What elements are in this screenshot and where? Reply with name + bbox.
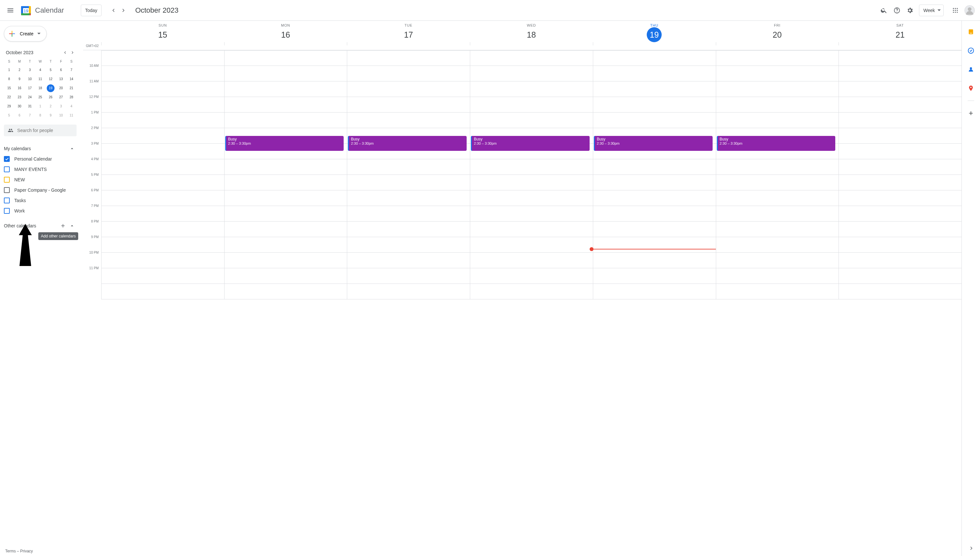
hour-cell[interactable]	[102, 175, 224, 191]
allday-cell[interactable]	[716, 42, 839, 45]
calendar-event[interactable]: Busy2:30 – 3:30pm	[225, 136, 344, 151]
mini-day[interactable]: 7	[26, 112, 34, 120]
allday-cell[interactable]	[347, 42, 470, 45]
hour-cell[interactable]	[470, 50, 593, 66]
hour-cell[interactable]	[716, 206, 839, 221]
calendar-item[interactable]: Personal Calendar	[4, 154, 77, 164]
add-other-calendars-button[interactable]	[58, 221, 68, 230]
next-period-button[interactable]	[118, 5, 129, 16]
calendar-checkbox[interactable]	[4, 208, 10, 214]
hour-cell[interactable]	[102, 113, 224, 128]
hour-cell[interactable]	[102, 253, 224, 268]
day-number[interactable]: 17	[401, 27, 416, 42]
calendar-event[interactable]: Busy2:30 – 3:30pm	[471, 136, 590, 151]
hour-cell[interactable]	[839, 159, 962, 175]
day-column[interactable]: Busy2:30 – 3:30pm	[716, 50, 839, 299]
hour-cell[interactable]	[225, 191, 347, 206]
hour-cell[interactable]	[593, 159, 716, 175]
mini-day[interactable]: 24	[26, 94, 34, 101]
day-number[interactable]: 16	[278, 27, 293, 42]
mini-day[interactable]: 8	[36, 112, 44, 120]
allday-cell[interactable]	[839, 42, 962, 45]
privacy-link[interactable]: Privacy	[20, 549, 33, 553]
mini-day[interactable]: 2	[47, 102, 55, 110]
hour-cell[interactable]	[347, 81, 470, 97]
hour-cell[interactable]	[347, 159, 470, 175]
hour-cell[interactable]	[102, 284, 224, 299]
hour-cell[interactable]	[347, 221, 470, 237]
hour-cell[interactable]	[470, 206, 593, 221]
hour-cell[interactable]	[593, 66, 716, 81]
hour-cell[interactable]	[347, 113, 470, 128]
hour-cell[interactable]	[470, 81, 593, 97]
mini-day[interactable]: 5	[5, 112, 13, 120]
other-calendars-toggle[interactable]	[68, 221, 77, 230]
mini-day[interactable]: 11	[68, 112, 75, 120]
day-column[interactable]	[101, 50, 224, 299]
mini-day[interactable]: 12	[47, 75, 55, 83]
mini-day[interactable]: 27	[57, 94, 65, 101]
day-number[interactable]: 15	[155, 27, 170, 42]
side-panel-toggle[interactable]	[968, 545, 975, 551]
hour-cell[interactable]	[716, 50, 839, 66]
mini-day[interactable]: 7	[68, 66, 75, 74]
hour-cell[interactable]	[102, 128, 224, 144]
day-header[interactable]: FRI20	[716, 21, 839, 42]
mini-day[interactable]: 29	[5, 102, 13, 110]
hour-cell[interactable]	[593, 221, 716, 237]
hour-cell[interactable]	[593, 113, 716, 128]
calendar-item[interactable]: NEW	[4, 175, 77, 185]
mini-day[interactable]: 10	[26, 75, 34, 83]
hour-cell[interactable]	[470, 159, 593, 175]
hour-cell[interactable]	[347, 50, 470, 66]
hour-cell[interactable]	[839, 97, 962, 113]
mini-day[interactable]: 16	[16, 84, 23, 92]
mini-day[interactable]: 19	[47, 84, 55, 92]
hour-cell[interactable]	[839, 81, 962, 97]
hour-cell[interactable]	[593, 97, 716, 113]
hour-cell[interactable]	[470, 175, 593, 191]
hour-cell[interactable]	[593, 191, 716, 206]
mini-day[interactable]: 9	[47, 112, 55, 120]
hour-cell[interactable]	[102, 66, 224, 81]
mini-day[interactable]: 31	[26, 102, 34, 110]
mini-day[interactable]: 15	[5, 84, 13, 92]
search-people-input[interactable]	[17, 128, 73, 133]
hour-cell[interactable]	[470, 284, 593, 299]
hour-cell[interactable]	[716, 237, 839, 253]
hour-cell[interactable]	[839, 237, 962, 253]
hour-cell[interactable]	[839, 50, 962, 66]
hour-cell[interactable]	[716, 81, 839, 97]
create-button[interactable]: Create	[4, 26, 47, 42]
mini-day[interactable]: 6	[57, 66, 65, 74]
mini-day[interactable]: 22	[5, 94, 13, 101]
app-logo[interactable]: 19 Calendar	[19, 4, 64, 17]
hour-cell[interactable]	[225, 97, 347, 113]
mini-day[interactable]: 14	[68, 75, 75, 83]
google-apps-button[interactable]	[949, 4, 962, 17]
allday-cell[interactable]	[224, 42, 347, 45]
hour-cell[interactable]	[839, 284, 962, 299]
day-number[interactable]: 19	[647, 27, 661, 42]
day-header[interactable]: WED18	[470, 21, 593, 42]
day-column[interactable]: Busy2:30 – 3:30pm	[347, 50, 470, 299]
mini-day[interactable]: 23	[16, 94, 23, 101]
mini-day[interactable]: 20	[57, 84, 65, 92]
hour-cell[interactable]	[102, 50, 224, 66]
hour-cell[interactable]	[347, 268, 470, 284]
hour-cell[interactable]	[347, 191, 470, 206]
hour-cell[interactable]	[716, 66, 839, 81]
calendar-checkbox[interactable]	[4, 166, 10, 172]
maps-button[interactable]	[964, 82, 977, 95]
hour-cell[interactable]	[225, 253, 347, 268]
hour-cell[interactable]	[470, 237, 593, 253]
hour-cell[interactable]	[102, 237, 224, 253]
hour-cell[interactable]	[347, 97, 470, 113]
hour-cell[interactable]	[593, 175, 716, 191]
day-number[interactable]: 21	[893, 27, 908, 42]
main-menu-button[interactable]	[3, 3, 18, 18]
hour-cell[interactable]	[839, 191, 962, 206]
hour-cell[interactable]	[593, 81, 716, 97]
allday-cell[interactable]	[470, 42, 593, 45]
mini-day[interactable]: 25	[36, 94, 44, 101]
